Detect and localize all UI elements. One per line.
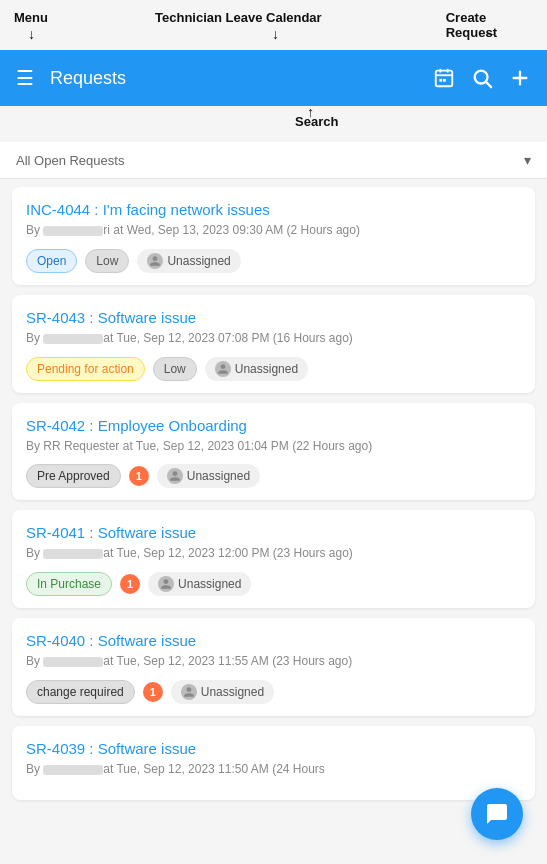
request-card[interactable]: SR-4043 : Software issueBy at Tue, Sep 1… [12,295,535,393]
chat-fab-button[interactable] [471,788,523,840]
request-tags: Pending for actionLowUnassigned [26,357,521,381]
request-card[interactable]: SR-4040 : Software issueBy at Tue, Sep 1… [12,618,535,716]
request-meta: By at Tue, Sep 12, 2023 07:08 PM (16 Hou… [26,330,521,347]
badge: 1 [143,682,163,702]
assignee-label: Unassigned [235,362,298,376]
assignee-tag: Unassigned [157,464,260,488]
request-meta: By RR Requester at Tue, Sep 12, 2023 01:… [26,438,521,455]
subheader: All Open Requests ▾ [0,142,547,179]
assignee-icon [167,468,183,484]
request-tags: Pre Approved1Unassigned [26,464,521,488]
tag-low: Low [85,249,129,273]
assignee-tag: Unassigned [171,680,274,704]
tag-pending: Pending for action [26,357,145,381]
svg-rect-0 [436,71,453,87]
svg-rect-4 [439,79,442,82]
request-tags: change required1Unassigned [26,680,521,704]
request-card[interactable]: INC-4044 : I'm facing network issuesBy r… [12,187,535,285]
subheader-text: All Open Requests [16,153,124,168]
header: ☰ Requests [0,50,547,106]
header-icons [433,67,531,89]
request-tags: In Purchase1Unassigned [26,572,521,596]
assignee-tag: Unassigned [137,249,240,273]
assignee-label: Unassigned [167,254,230,268]
request-meta: By at Tue, Sep 12, 2023 11:50 AM (24 Hou… [26,761,521,778]
tag-in-purchase: In Purchase [26,572,112,596]
tag-low: Low [153,357,197,381]
assignee-label: Unassigned [187,469,250,483]
assignee-tag: Unassigned [205,357,308,381]
svg-rect-5 [443,79,446,82]
menu-icon[interactable]: ☰ [16,66,34,90]
filter-dropdown-icon[interactable]: ▾ [524,152,531,168]
request-list: INC-4044 : I'm facing network issuesBy r… [0,179,547,808]
request-card[interactable]: SR-4041 : Software issueBy at Tue, Sep 1… [12,510,535,608]
svg-line-7 [486,82,491,87]
request-card[interactable]: SR-4039 : Software issueBy at Tue, Sep 1… [12,726,535,800]
add-request-button[interactable] [509,67,531,89]
assignee-label: Unassigned [178,577,241,591]
badge: 1 [129,466,149,486]
annotation-search: Search [295,114,338,129]
request-tags: OpenLowUnassigned [26,249,521,273]
request-title[interactable]: SR-4040 : Software issue [26,632,521,649]
request-card[interactable]: SR-4042 : Employee OnboardingBy RR Reque… [12,403,535,501]
search-button[interactable] [471,67,493,89]
request-title[interactable]: SR-4041 : Software issue [26,524,521,541]
request-meta: By ri at Wed, Sep 13, 2023 09:30 AM (2 H… [26,222,521,239]
assignee-icon [215,361,231,377]
assignee-label: Unassigned [201,685,264,699]
assignee-tag: Unassigned [148,572,251,596]
request-title[interactable]: SR-4043 : Software issue [26,309,521,326]
badge: 1 [120,574,140,594]
assignee-icon [181,684,197,700]
assignee-icon [147,253,163,269]
annotation-title: Technician Leave Calendar [155,10,322,25]
tag-open: Open [26,249,77,273]
assignee-icon [158,576,174,592]
tag-change-required: change required [26,680,135,704]
request-title[interactable]: SR-4042 : Employee Onboarding [26,417,521,434]
header-title: Requests [50,68,433,89]
calendar-button[interactable] [433,67,455,89]
tag-pre-approved: Pre Approved [26,464,121,488]
request-meta: By at Tue, Sep 12, 2023 12:00 PM (23 Hou… [26,545,521,562]
annotation-menu: Menu [14,10,48,25]
request-meta: By at Tue, Sep 12, 2023 11:55 AM (23 Hou… [26,653,521,670]
request-title[interactable]: INC-4044 : I'm facing network issues [26,201,521,218]
request-title[interactable]: SR-4039 : Software issue [26,740,521,757]
